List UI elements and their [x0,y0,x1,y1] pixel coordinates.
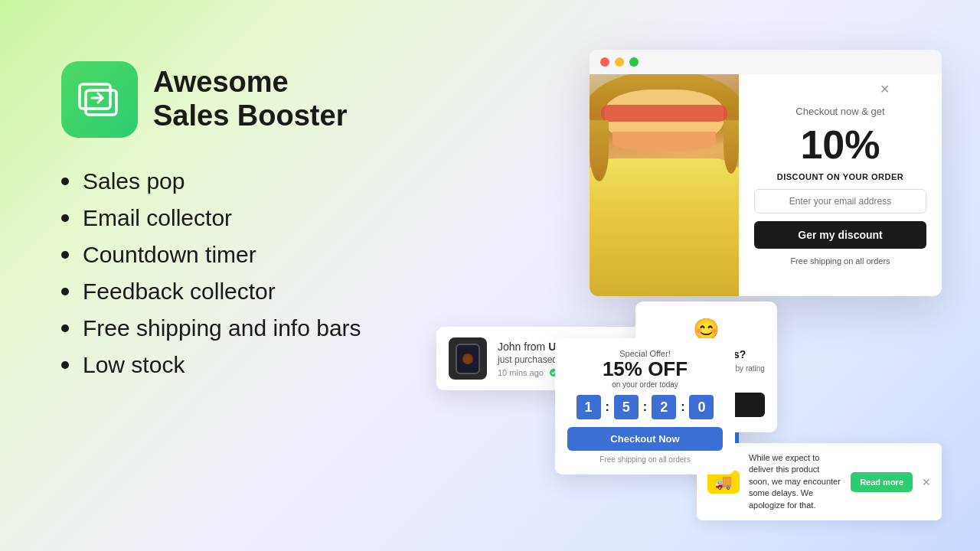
countdown-free-shipping: Free shipping on all orders [567,455,723,464]
popup-checkout-text: Checkout now & get [795,106,884,117]
sales-time: 10 mins ago [498,368,544,377]
email-input[interactable] [754,189,926,214]
bullet-icon [61,361,69,369]
window-titlebar [590,50,942,74]
bullet-icon [61,251,69,259]
discount-label: DISCOUNT ON YOUR ORDER [777,172,903,181]
timer-separator: : [681,400,684,414]
bullet-icon [61,214,69,222]
timer-hours: 1 [577,395,601,419]
countdown-percent-off: 15% OFF [567,358,723,380]
minimize-dot [615,57,624,67]
bullet-icon [61,324,69,332]
countdown-on-order: on your order today [567,380,723,389]
logo-icon [61,61,138,138]
discount-value: 10% [800,125,880,165]
main-popup-window: ✕ Checkout now & get 10% DISCOUNT ON YOU… [590,50,942,296]
popup-right-content: ✕ Checkout now & get 10% DISCOUNT ON YOU… [739,74,942,296]
timer-seconds: 2 [652,395,676,419]
svg-rect-0 [80,84,110,109]
timer-minutes: 5 [614,395,639,419]
popup-person-image [590,74,739,296]
popup-close-button[interactable]: ✕ [880,82,890,96]
info-bar-close-button[interactable]: ✕ [922,476,931,488]
close-dot [600,57,609,67]
timer-separator: : [643,400,647,414]
app-title: Awesome Sales Booster [153,66,347,132]
right-panel: ✕ Checkout now & get 10% DISCOUNT ON YOU… [421,0,980,551]
svg-rect-1 [86,90,116,115]
discount-cta-button[interactable]: Ger my discount [754,221,926,249]
product-image [449,337,487,380]
bullet-icon [61,178,69,185]
countdown-popup: Special Offer! 15% OFF on your order tod… [555,338,735,474]
popup-content: ✕ Checkout now & get 10% DISCOUNT ON YOU… [590,74,942,296]
free-shipping-text: Free shipping on all orders [790,256,890,266]
timer-ms: 0 [689,395,714,419]
bullet-icon [61,288,69,295]
countdown-checkout-button[interactable]: Checkout Now [567,427,723,451]
watch-icon [456,344,480,374]
timer-separator: : [606,400,609,414]
maximize-dot [629,57,639,67]
info-bar-message: While we expect to deliver this product … [749,452,841,511]
timer-row: 1 : 5 : 2 : 0 [567,395,723,419]
read-more-button[interactable]: Read more [851,472,913,492]
